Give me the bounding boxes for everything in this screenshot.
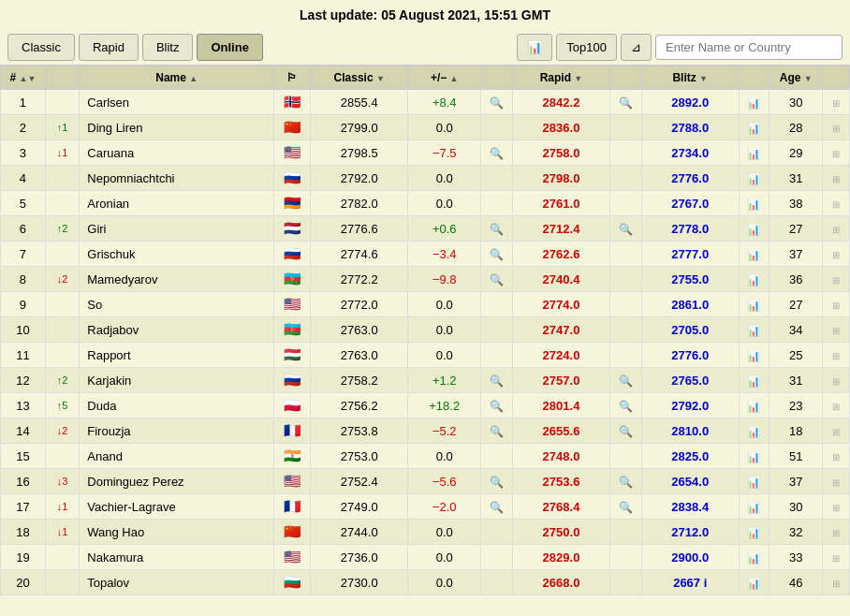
cell-rapid-mag[interactable]: 🔍	[609, 90, 641, 115]
cell-classic-mag	[481, 292, 513, 317]
cell-classic: 2855.4	[311, 90, 408, 115]
cell-classic-mag	[481, 520, 513, 545]
cell-classic-mag[interactable]: 🔍	[481, 418, 513, 444]
cell-bar-chart[interactable]: 📊	[739, 216, 769, 242]
cell-grid-icon[interactable]: ⊞	[823, 90, 850, 115]
cell-classic-mag[interactable]: 🔍	[481, 267, 513, 292]
cell-classic-mag[interactable]: 🔍	[481, 90, 513, 115]
cell-grid-icon[interactable]: ⊞	[823, 267, 850, 292]
cell-grid-icon[interactable]: ⊞	[823, 469, 850, 494]
cell-rapid-mag	[609, 115, 641, 140]
sort-icon-classic[interactable]: ▼	[376, 74, 385, 83]
cell-classic: 2758.2	[311, 368, 408, 393]
tab-blitz[interactable]: Blitz	[142, 34, 194, 61]
cell-bar-chart[interactable]: 📊	[739, 469, 769, 494]
cell-grid-icon[interactable]: ⊞	[823, 216, 850, 242]
cell-rapid-mag[interactable]: 🔍	[609, 393, 641, 418]
cell-grid-icon[interactable]: ⊞	[823, 317, 850, 343]
cell-name: Aronian	[80, 191, 274, 216]
cell-diff: −5.2	[408, 418, 481, 444]
cell-classic-mag[interactable]: 🔍	[481, 242, 513, 267]
cell-change: ↓3	[45, 469, 79, 494]
cell-grid-icon[interactable]: ⊞	[823, 292, 850, 317]
cell-classic-mag[interactable]: 🔍	[481, 368, 513, 393]
col-extra	[823, 66, 850, 90]
cell-rapid-mag[interactable]: 🔍	[609, 418, 641, 444]
cell-bar-chart[interactable]: 📊	[739, 570, 769, 595]
cell-rapid: 2761.0	[512, 191, 609, 216]
cell-rapid-mag	[609, 242, 641, 267]
cell-grid-icon[interactable]: ⊞	[823, 393, 850, 418]
cell-grid-icon[interactable]: ⊞	[823, 166, 850, 191]
cell-grid-icon[interactable]: ⊞	[823, 343, 850, 368]
chart-button[interactable]: 📊	[517, 34, 552, 61]
cell-rank: 18	[1, 520, 46, 545]
cell-bar-chart[interactable]: 📊	[739, 90, 769, 115]
sort-icon-blitz[interactable]: ▼	[699, 74, 708, 83]
filter-button[interactable]: ⊿	[621, 34, 652, 61]
cell-rapid-mag[interactable]: 🔍	[609, 368, 641, 393]
cell-bar-chart[interactable]: 📊	[739, 494, 769, 520]
cell-grid-icon[interactable]: ⊞	[823, 520, 850, 545]
tab-classic[interactable]: Classic	[7, 34, 75, 61]
cell-rapid-mag[interactable]: 🔍	[609, 469, 641, 494]
cell-bar-chart[interactable]: 📊	[739, 115, 769, 140]
cell-bar-chart[interactable]: 📊	[739, 393, 769, 418]
cell-bar-chart[interactable]: 📊	[739, 140, 769, 166]
cell-rapid-mag[interactable]: 🔍	[609, 216, 641, 242]
cell-classic-mag[interactable]: 🔍	[481, 216, 513, 242]
cell-flag: 🇺🇸	[274, 545, 311, 570]
cell-bar-chart[interactable]: 📊	[739, 520, 769, 545]
cell-age: 27	[769, 292, 823, 317]
cell-grid-icon[interactable]: ⊞	[823, 418, 850, 444]
cell-rank: 5	[1, 191, 46, 216]
cell-change	[45, 191, 79, 216]
toolbar: Classic Rapid Blitz Online 📊 Top100 ⊿	[0, 30, 850, 66]
cell-grid-icon[interactable]: ⊞	[823, 570, 850, 595]
col-rank: # ▲▼	[1, 66, 46, 90]
cell-bar-chart[interactable]: 📊	[739, 368, 769, 393]
cell-age: 31	[769, 166, 823, 191]
cell-bar-chart[interactable]: 📊	[739, 242, 769, 267]
sort-icon-diff[interactable]: ▲	[450, 74, 459, 83]
cell-rank: 12	[1, 368, 46, 393]
cell-grid-icon[interactable]: ⊞	[823, 368, 850, 393]
cell-flag: 🇮🇳	[274, 444, 311, 469]
search-input[interactable]	[655, 35, 843, 60]
cell-bar-chart[interactable]: 📊	[739, 166, 769, 191]
cell-rapid-mag[interactable]: 🔍	[609, 494, 641, 520]
cell-grid-icon[interactable]: ⊞	[823, 140, 850, 166]
cell-grid-icon[interactable]: ⊞	[823, 242, 850, 267]
sort-icon-age[interactable]: ▼	[804, 74, 813, 83]
cell-bar-chart[interactable]: 📊	[739, 267, 769, 292]
cell-grid-icon[interactable]: ⊞	[823, 444, 850, 469]
cell-bar-chart[interactable]: 📊	[739, 292, 769, 317]
sort-icon-rapid[interactable]: ▼	[574, 74, 582, 83]
tab-online[interactable]: Online	[197, 34, 262, 61]
cell-bar-chart[interactable]: 📊	[739, 191, 769, 216]
cell-diff: −9.8	[408, 267, 481, 292]
cell-classic-mag[interactable]: 🔍	[481, 140, 513, 166]
table-row: 16↓3Dominguez Perez🇺🇸2752.4−5.6🔍2753.6🔍2…	[1, 469, 850, 494]
cell-diff: +8.4	[408, 90, 481, 115]
cell-bar-chart[interactable]: 📊	[739, 343, 769, 368]
cell-bar-chart[interactable]: 📊	[739, 317, 769, 343]
cell-rank: 20	[1, 570, 46, 595]
cell-classic-mag[interactable]: 🔍	[481, 393, 513, 418]
cell-bar-chart[interactable]: 📊	[739, 444, 769, 469]
table-row: 14↓2Firouzja🇫🇷2753.8−5.2🔍2655.6🔍2810.0📊1…	[1, 418, 850, 444]
cell-classic-mag[interactable]: 🔍	[481, 494, 513, 520]
cell-rank: 16	[1, 469, 46, 494]
cell-bar-chart[interactable]: 📊	[739, 418, 769, 444]
top100-button[interactable]: Top100	[556, 34, 617, 61]
cell-grid-icon[interactable]: ⊞	[823, 545, 850, 570]
sort-icon-name[interactable]: ▲	[189, 74, 198, 83]
cell-grid-icon[interactable]: ⊞	[823, 191, 850, 216]
cell-rank: 13	[1, 393, 46, 418]
tab-rapid[interactable]: Rapid	[79, 34, 139, 61]
sort-icon-rank[interactable]: ▲▼	[20, 74, 37, 83]
cell-classic-mag[interactable]: 🔍	[481, 469, 513, 494]
cell-bar-chart[interactable]: 📊	[739, 545, 769, 570]
cell-grid-icon[interactable]: ⊞	[823, 494, 850, 520]
cell-grid-icon[interactable]: ⊞	[823, 115, 850, 140]
